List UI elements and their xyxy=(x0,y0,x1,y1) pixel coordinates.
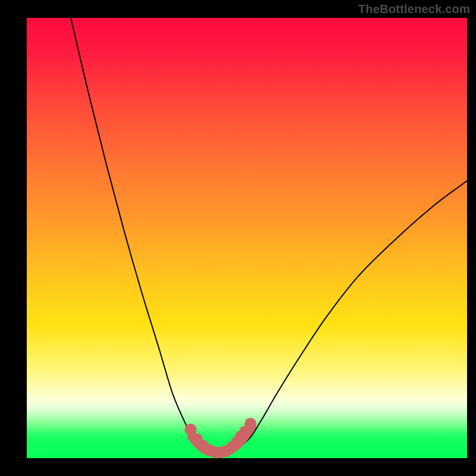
trough-dot xyxy=(245,418,256,430)
chart-svg xyxy=(27,18,467,458)
watermark-text: TheBottleneck.com xyxy=(358,2,470,16)
chart-frame: TheBottleneck.com xyxy=(0,0,476,476)
right-curve xyxy=(243,181,467,445)
plot-area xyxy=(27,18,467,458)
left-curve xyxy=(71,18,199,445)
